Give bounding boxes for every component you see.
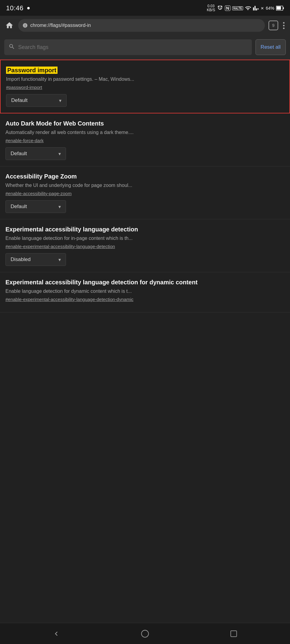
flag-title-lang-detection-dynamic: Experimental accessibility language dete… (5, 279, 285, 286)
signal-icon (253, 5, 259, 11)
dropdown-arrow-1: ▾ (58, 151, 61, 157)
flag-link-password-import[interactable]: #password-import (6, 85, 42, 90)
menu-dot-3 (283, 28, 285, 29)
status-time: 10:46 (6, 4, 24, 12)
flag-dropdown-force-dark[interactable]: Default ▾ (5, 147, 66, 160)
nfc-icon: N (225, 5, 230, 11)
flag-item-force-dark: Auto Dark Mode for Web Contents Automati… (0, 113, 290, 166)
info-icon (22, 23, 28, 28)
dropdown-arrow-2: ▾ (58, 204, 61, 210)
flags-content: Password import Import functionality in … (0, 60, 290, 623)
network-speed: 0.03 KB/S (207, 4, 215, 12)
back-button[interactable] (50, 628, 62, 640)
flag-description-lang-detection: Enable language detection for in-page co… (5, 235, 285, 242)
url-text: chrome://flags/#password-in (30, 23, 261, 28)
recents-button[interactable] (228, 628, 240, 640)
flag-link-force-dark[interactable]: #enable-force-dark (5, 138, 44, 143)
flag-title-lang-detection: Experimental accessibility language dete… (5, 226, 285, 233)
menu-dot-2 (283, 25, 285, 26)
menu-button[interactable] (282, 21, 286, 30)
status-bar: 10:46 0.03 KB/S N VoLTE ✕ 64% (0, 0, 290, 16)
flag-dropdown-lang-detection[interactable]: Disabled ▾ (5, 253, 66, 266)
alarm-icon (217, 5, 223, 11)
home-button[interactable] (4, 20, 15, 31)
svg-point-3 (141, 630, 148, 637)
flag-description-password-import: Import functionality in password setting… (6, 76, 284, 83)
search-icon (8, 43, 15, 51)
battery-icon (276, 6, 284, 11)
flag-item-page-zoom: Accessibility Page Zoom Whether the UI a… (0, 166, 290, 219)
home-nav-button[interactable] (139, 628, 151, 640)
svg-rect-1 (277, 6, 281, 10)
reset-all-button[interactable]: Reset all (255, 39, 286, 55)
status-dot (27, 7, 30, 9)
browser-bar: chrome://flags/#password-in 9 (0, 16, 290, 35)
flag-description-lang-detection-dynamic: Enable language detection for dynamic co… (5, 288, 285, 295)
search-bar-row: Reset all (0, 35, 290, 60)
search-input[interactable] (18, 44, 248, 51)
wifi-icon (245, 5, 251, 11)
volte-icon: VoLTE (232, 6, 243, 10)
search-input-wrap[interactable] (4, 39, 252, 55)
svg-rect-2 (283, 7, 284, 9)
flag-dropdown-password-import[interactable]: Default ▾ (6, 94, 67, 107)
flag-item-lang-detection: Experimental accessibility language dete… (0, 219, 290, 272)
flag-title-password-import: Password import (6, 67, 284, 74)
flag-title-force-dark: Auto Dark Mode for Web Contents (5, 120, 285, 127)
battery-percent: 64% (266, 6, 274, 11)
svg-rect-4 (231, 631, 237, 637)
flag-link-page-zoom[interactable]: #enable-accessibility-page-zoom (5, 191, 71, 196)
flag-description-page-zoom: Whether the UI and underlying code for p… (5, 182, 285, 189)
tab-count[interactable]: 9 (269, 21, 278, 30)
x-icon: ✕ (261, 6, 264, 11)
flag-value-force-dark: Default (11, 151, 27, 157)
flag-value-password-import: Default (11, 97, 28, 103)
dropdown-arrow-0: ▾ (59, 98, 61, 103)
flag-description-force-dark: Automatically render all web contents us… (5, 129, 285, 136)
menu-dot-1 (283, 22, 285, 24)
flag-value-page-zoom: Default (11, 204, 27, 210)
dropdown-arrow-3: ▾ (58, 257, 61, 263)
flag-link-lang-detection-dynamic[interactable]: #enable-experimental-accessibility-langu… (5, 297, 133, 302)
status-right: 0.03 KB/S N VoLTE ✕ 64% (207, 4, 284, 12)
flag-title-page-zoom: Accessibility Page Zoom (5, 173, 285, 180)
flag-title-highlight: Password import (6, 67, 58, 74)
flag-dropdown-page-zoom[interactable]: Default ▾ (5, 200, 66, 213)
flag-item-lang-detection-dynamic: Experimental accessibility language dete… (0, 272, 290, 312)
flag-value-lang-detection: Disabled (11, 257, 31, 263)
bottom-nav (0, 623, 290, 644)
flag-link-lang-detection[interactable]: #enable-experimental-accessibility-langu… (5, 244, 115, 249)
flag-item-password-import: Password import Import functionality in … (0, 60, 290, 113)
url-bar[interactable]: chrome://flags/#password-in (18, 19, 265, 32)
